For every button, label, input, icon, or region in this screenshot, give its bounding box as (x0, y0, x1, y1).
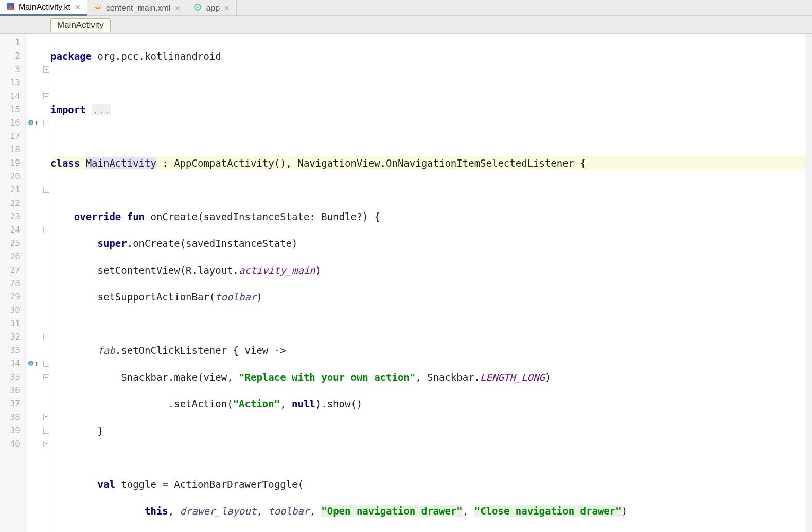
call: toggle = ActionBarDrawerToggle( (121, 478, 304, 490)
line-number: 24 (0, 223, 20, 237)
call: setSupportActionBar( (98, 291, 216, 303)
constant: LENGTH_LONG (480, 371, 545, 383)
keyword-package: package (50, 50, 92, 62)
tab-label: MainActivity.kt (19, 3, 70, 12)
tab-app[interactable]: app ✕ (187, 0, 237, 16)
line-number: 2 (0, 49, 20, 63)
keyword-import: import (50, 104, 92, 115)
call: setContentView(R.layout. (98, 264, 239, 276)
android-module-icon (193, 3, 202, 13)
line-number: 22 (0, 197, 20, 210)
fold-end-icon[interactable]: ⌐ (26, 424, 50, 437)
xml-file-icon: <> (94, 3, 102, 13)
resource-ref: activity_main (239, 264, 315, 276)
line-number: 29 (0, 290, 20, 304)
line-number: 38 (0, 411, 20, 424)
line-number: 17 (0, 130, 20, 143)
line-number: 14 (0, 90, 20, 103)
ide-editor-root: MainActivity.kt ✕ <> content_main.xml ✕ … (0, 0, 812, 532)
line-number: 34 (0, 357, 20, 370)
up-arrow-icon: ↑ (34, 116, 39, 130)
close-icon[interactable]: ✕ (174, 4, 181, 12)
brace: } (98, 425, 103, 436)
code-editor[interactable]: 1 2 3 13 14 15 16 17 18 19 20 21 22 23 2… (0, 34, 812, 532)
tab-main-activity-kt[interactable]: MainActivity.kt ✕ (0, 0, 87, 16)
line-number: 15 (0, 103, 20, 116)
fold-end-icon[interactable]: ⌐ (26, 437, 50, 451)
fold-end-icon[interactable]: ⌐ (26, 330, 50, 344)
line-number: 27 (0, 263, 20, 277)
tab-label: app (206, 4, 220, 13)
override-marker-icon[interactable]: o ↑ – (26, 357, 50, 370)
line-number: 32 (0, 330, 20, 344)
class-signature: : AppCompatActivity(), NavigationView.On… (156, 157, 586, 169)
synthetic-view: toolbar (215, 291, 256, 303)
override-marker-icon[interactable]: o ↑ – (26, 116, 50, 130)
line-number-gutter: 1 2 3 13 14 15 16 17 18 19 20 21 22 23 2… (0, 34, 26, 532)
line-number: 36 (0, 384, 20, 397)
package-path: org.pcc.kotlinandroid (92, 50, 221, 62)
synthetic-view: drawer_layout (180, 505, 257, 517)
line-number: 23 (0, 210, 20, 223)
line-number: 39 (0, 424, 20, 437)
line-number: 33 (0, 344, 20, 357)
call: .onCreate(savedInstanceState) (127, 238, 298, 249)
line-number: 40 (0, 437, 20, 451)
line-number: 28 (0, 277, 20, 290)
breadcrumb[interactable]: MainActivity (50, 18, 111, 32)
tab-label: content_main.xml (106, 4, 170, 13)
line-number: 37 (0, 397, 20, 411)
kotlin-file-icon (6, 2, 14, 12)
keyword-super: super (98, 238, 127, 249)
icon-gutter: ＋ – o ↑ – – ⌐ ⌐ o ↑ – – ⌐ ⌐ ⌐ (26, 34, 50, 532)
line-number: 1 (0, 36, 20, 49)
svg-point-7 (197, 6, 199, 8)
keyword-class: class (50, 157, 86, 169)
fold-collapse-icon[interactable]: – (26, 90, 50, 103)
synthetic-view: fab (98, 345, 115, 356)
line-number: 18 (0, 143, 20, 156)
line-number: 31 (0, 317, 20, 330)
keyword-fun: fun (121, 211, 150, 222)
fold-expand-icon[interactable]: ＋ (26, 63, 50, 76)
line-number: 16 (0, 116, 20, 130)
line-number: 30 (0, 304, 20, 317)
folded-imports[interactable]: ... (92, 104, 111, 115)
line-number: 20 (0, 170, 20, 183)
string-literal: "Action" (233, 398, 280, 410)
function-signature: (savedInstanceState: Bundle?) { (198, 211, 380, 222)
line-number: 26 (0, 250, 20, 263)
editor-scrollbar[interactable] (805, 34, 812, 532)
close-icon[interactable]: ✕ (224, 4, 230, 12)
call: .setAction( (168, 398, 233, 410)
synthetic-view: toolbar (268, 505, 309, 517)
class-name: MainActivity (86, 157, 156, 169)
call: .setOnClickListener { view -> (115, 345, 286, 356)
line-number: 25 (0, 237, 20, 250)
svg-text:o: o (30, 361, 32, 366)
svg-text:<>: <> (95, 5, 101, 10)
code-canvas[interactable]: package org.pcc.kotlinandroid import ...… (50, 34, 805, 532)
editor-tabbar: MainActivity.kt ✕ <> content_main.xml ✕ … (0, 0, 812, 16)
line-number: 13 (0, 76, 20, 90)
tab-content-main-xml[interactable]: <> content_main.xml ✕ (87, 0, 187, 16)
function-name: onCreate (150, 211, 198, 222)
string-literal: "Replace with your own action" (239, 371, 415, 383)
up-arrow-icon: ↑ (34, 357, 39, 370)
line-number: 35 (0, 370, 20, 384)
string-literal: "Open navigation drawer" (321, 505, 463, 517)
fold-collapse-icon[interactable]: – (26, 183, 50, 197)
fold-end-icon[interactable]: ⌐ (26, 411, 50, 424)
keyword-null: null (292, 398, 315, 410)
call: Snackbar.make(view, (121, 371, 239, 383)
breadcrumb-bar: MainActivity (0, 16, 812, 34)
line-number: 19 (0, 156, 20, 170)
close-icon[interactable]: ✕ (75, 3, 81, 11)
svg-text:o: o (30, 120, 32, 125)
string-literal: "Close navigation drawer" (474, 505, 622, 517)
fold-end-icon[interactable]: ⌐ (26, 223, 50, 237)
fold-collapse-icon[interactable]: – (26, 370, 50, 384)
keyword-override: override (74, 211, 121, 222)
keyword-val: val (98, 478, 121, 490)
line-number: 3 (0, 63, 20, 76)
